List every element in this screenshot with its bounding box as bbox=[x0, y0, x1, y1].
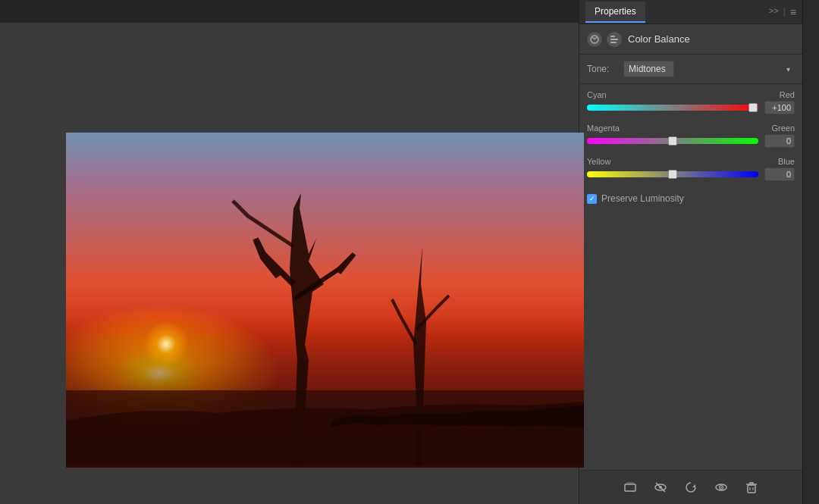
panel-title: Color Balance bbox=[628, 33, 690, 45]
expand-icon[interactable]: >> bbox=[769, 6, 779, 18]
delete-icon bbox=[745, 481, 758, 494]
preserve-luminosity-label: Preserve Luminosity bbox=[601, 193, 684, 204]
magenta-green-slider-row: Magenta Green bbox=[587, 124, 795, 148]
svg-rect-3 bbox=[610, 36, 615, 37]
yellow-blue-labels: Yellow Blue bbox=[587, 157, 795, 166]
red-label: Red bbox=[780, 90, 795, 99]
blue-label: Blue bbox=[778, 157, 795, 166]
sunset-image bbox=[66, 133, 584, 468]
magenta-green-track[interactable] bbox=[587, 138, 758, 144]
yellow-blue-thumb[interactable] bbox=[668, 170, 677, 179]
magenta-label: Magenta bbox=[587, 124, 620, 133]
reset-icon bbox=[684, 481, 698, 494]
cyan-red-labels: Cyan Red bbox=[587, 90, 795, 99]
right-strip bbox=[802, 0, 819, 504]
preserve-luminosity-row: Preserve Luminosity bbox=[579, 187, 802, 210]
layer-button[interactable] bbox=[620, 477, 641, 498]
cyan-red-value[interactable] bbox=[764, 101, 795, 114]
svg-rect-0 bbox=[66, 390, 584, 468]
panel-tab-icons: >> | ≡ bbox=[769, 6, 796, 18]
magenta-green-thumb[interactable] bbox=[668, 136, 677, 146]
svg-rect-4 bbox=[610, 42, 617, 43]
svg-rect-6 bbox=[626, 483, 634, 484]
svg-point-12 bbox=[720, 487, 722, 488]
image-container bbox=[66, 133, 584, 468]
yellow-blue-value[interactable] bbox=[764, 167, 795, 181]
delete-button[interactable] bbox=[741, 477, 762, 498]
panel-header: Color Balance bbox=[579, 24, 802, 55]
eye-icon bbox=[714, 481, 728, 494]
yellow-label: Yellow bbox=[587, 157, 610, 166]
yellow-blue-slider-row: Yellow Blue bbox=[587, 157, 795, 181]
panel-bottom-toolbar bbox=[579, 470, 802, 504]
svg-rect-5 bbox=[625, 484, 635, 491]
sliders-section: Cyan Red Magenta Green bbox=[579, 84, 802, 187]
visibility-button[interactable] bbox=[650, 477, 671, 498]
cyan-red-slider-row: Cyan Red bbox=[587, 90, 795, 114]
tone-label: Tone: bbox=[587, 64, 617, 74]
magenta-green-labels: Magenta Green bbox=[587, 124, 795, 133]
cyan-red-thumb[interactable] bbox=[748, 103, 758, 112]
panel-tab-bar: Properties >> | ≡ bbox=[579, 0, 802, 24]
tone-select-wrapper: Shadows Midtones Highlights bbox=[623, 61, 795, 77]
menu-icon[interactable]: ≡ bbox=[790, 6, 796, 18]
balance-icon bbox=[587, 32, 602, 47]
green-label: Green bbox=[771, 124, 795, 133]
preserve-luminosity-checkbox[interactable] bbox=[587, 194, 597, 204]
panel-header-icons bbox=[587, 32, 622, 47]
tone-select[interactable]: Shadows Midtones Highlights bbox=[623, 61, 674, 77]
svg-rect-13 bbox=[748, 485, 755, 493]
canvas-area bbox=[0, 0, 579, 504]
svg-rect-2 bbox=[610, 39, 618, 40]
eye-button[interactable] bbox=[711, 477, 732, 498]
magenta-green-value[interactable] bbox=[764, 134, 795, 148]
yellow-blue-track-container bbox=[587, 167, 795, 181]
properties-panel: Properties >> | ≡ bbox=[579, 0, 802, 504]
adjustment-icon bbox=[607, 32, 622, 47]
magenta-green-track-container bbox=[587, 134, 795, 148]
properties-panel-area: Properties >> | ≡ bbox=[579, 0, 819, 504]
top-bar bbox=[0, 0, 579, 23]
tone-row: Tone: Shadows Midtones Highlights bbox=[579, 55, 802, 84]
layer-icon bbox=[623, 481, 637, 494]
cyan-red-track-container bbox=[587, 101, 795, 114]
svg-marker-9 bbox=[692, 484, 695, 487]
visibility-icon bbox=[654, 481, 667, 494]
cyan-red-track[interactable] bbox=[587, 105, 758, 111]
yellow-blue-track[interactable] bbox=[587, 171, 758, 177]
cyan-label: Cyan bbox=[587, 90, 607, 99]
reset-button[interactable] bbox=[680, 477, 701, 498]
properties-tab[interactable]: Properties bbox=[585, 2, 645, 23]
